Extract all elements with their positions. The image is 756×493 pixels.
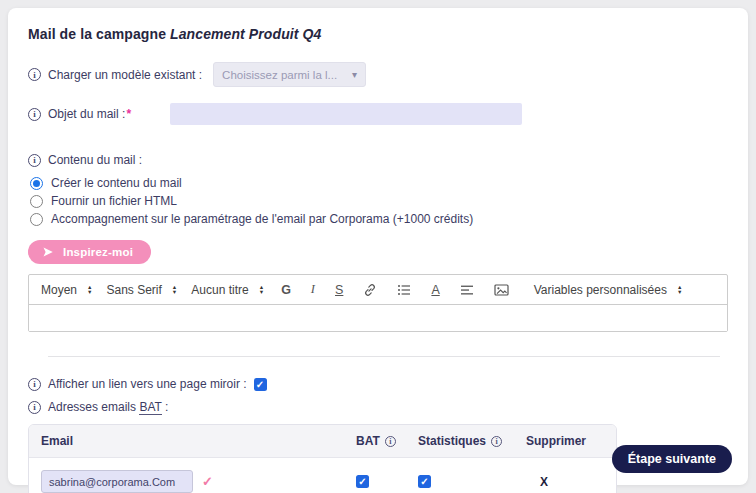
- template-select-value: Choisissez parmi la l...: [222, 69, 337, 81]
- radio-option-assisted[interactable]: Accompagnement sur le paramétrage de l'e…: [28, 212, 728, 226]
- info-icon: [28, 378, 41, 391]
- radio-label: Accompagnement sur le paramétrage de l'e…: [51, 212, 473, 226]
- subject-label-wrap: Objet du mail :*: [28, 107, 163, 121]
- info-icon: [491, 436, 502, 447]
- stats-cell: [418, 475, 526, 488]
- editor-toolbar: Moyen Sans Serif Aucun titre G I S A: [29, 275, 727, 305]
- header-statistiques: Statistiques: [418, 434, 526, 448]
- info-icon: [28, 68, 41, 81]
- underline-button[interactable]: S: [332, 283, 346, 297]
- campaign-name: Lancement Produit Q4: [170, 26, 321, 42]
- bat-cell: [356, 475, 418, 488]
- radio-option-create[interactable]: Créer le contenu du mail: [28, 176, 728, 190]
- chevron-down-icon: [352, 69, 357, 80]
- link-icon: [363, 283, 377, 297]
- align-icon: [460, 283, 474, 297]
- image-button[interactable]: [491, 283, 512, 297]
- bold-button[interactable]: G: [278, 283, 294, 297]
- subject-row: Objet du mail :*: [28, 103, 728, 125]
- info-icon: [385, 436, 396, 447]
- align-button[interactable]: [457, 283, 477, 297]
- info-icon: [28, 401, 41, 414]
- font-family-select[interactable]: Sans Serif: [106, 283, 177, 297]
- valid-check-icon: [202, 474, 213, 489]
- inspire-me-label: Inspirez-moi: [63, 246, 133, 258]
- heading-select[interactable]: Aucun titre: [191, 283, 264, 297]
- mirror-link-row: Afficher un lien vers une page miroir :: [28, 377, 728, 391]
- mirror-link-label: Afficher un lien vers une page miroir :: [48, 377, 247, 391]
- bat-term: BAT: [139, 400, 161, 415]
- bat-table-header: Email BAT Statistiques Supprimer: [29, 425, 616, 458]
- template-loader-label: Charger un modèle existant :: [48, 68, 202, 82]
- bat-checkbox[interactable]: [356, 475, 369, 488]
- info-icon: [28, 108, 41, 121]
- send-icon: [42, 246, 54, 258]
- required-asterisk: *: [126, 107, 131, 121]
- next-step-button[interactable]: Étape suivante: [612, 445, 732, 473]
- font-size-select[interactable]: Moyen: [41, 283, 92, 297]
- variables-select[interactable]: Variables personnalisées: [534, 283, 683, 297]
- bat-label-row: Adresses emails BAT :: [28, 400, 728, 414]
- bat-addresses-label: Adresses emails BAT :: [48, 400, 168, 414]
- bullet-list-icon: [397, 283, 411, 297]
- radio-option-html-file[interactable]: Fournir un fichier HTML: [28, 194, 728, 208]
- content-label-row: Contenu du mail :: [28, 153, 728, 167]
- page-title: Mail de la campagne Lancement Produit Q4: [28, 26, 728, 42]
- info-icon: [28, 154, 41, 167]
- italic-button[interactable]: I: [308, 282, 318, 297]
- image-icon: [494, 283, 509, 297]
- bat-table: Email BAT Statistiques Supprimer: [28, 424, 617, 493]
- template-loader-row: Charger un modèle existant : Choisissez …: [28, 62, 728, 87]
- sort-arrows-icon: [172, 285, 177, 295]
- delete-cell: X: [526, 475, 604, 489]
- radio-button[interactable]: [30, 213, 43, 226]
- sort-arrows-icon: [677, 285, 682, 295]
- content-label: Contenu du mail :: [48, 153, 142, 167]
- wysiwyg-editor: Moyen Sans Serif Aucun titre G I S A: [28, 274, 728, 332]
- text-color-button[interactable]: A: [428, 283, 442, 297]
- header-email: Email: [41, 434, 356, 448]
- bat-email-input[interactable]: [41, 470, 193, 493]
- template-select[interactable]: Choisissez parmi la l...: [213, 62, 366, 87]
- mirror-link-checkbox[interactable]: [254, 378, 267, 391]
- editor-body[interactable]: [29, 305, 727, 331]
- campaign-mail-card: Mail de la campagne Lancement Produit Q4…: [8, 8, 748, 485]
- radio-label: Fournir un fichier HTML: [51, 194, 177, 208]
- header-bat: BAT: [356, 434, 418, 448]
- delete-row-button[interactable]: X: [540, 475, 548, 489]
- link-button[interactable]: [360, 283, 380, 297]
- table-row: X: [29, 458, 616, 493]
- page-title-prefix: Mail de la campagne: [28, 26, 170, 42]
- header-supprimer: Supprimer: [526, 434, 604, 448]
- inspire-me-button[interactable]: Inspirez-moi: [28, 240, 151, 264]
- section-divider: [48, 356, 720, 357]
- sort-arrows-icon: [87, 285, 92, 295]
- radio-button-selected[interactable]: [30, 177, 43, 190]
- subject-label: Objet du mail :*: [48, 107, 131, 121]
- radio-label: Créer le contenu du mail: [51, 176, 182, 190]
- list-button[interactable]: [394, 283, 414, 297]
- email-cell: [41, 470, 356, 493]
- subject-input[interactable]: [170, 103, 522, 125]
- radio-button[interactable]: [30, 195, 43, 208]
- sort-arrows-icon: [259, 285, 264, 295]
- stats-checkbox[interactable]: [418, 475, 431, 488]
